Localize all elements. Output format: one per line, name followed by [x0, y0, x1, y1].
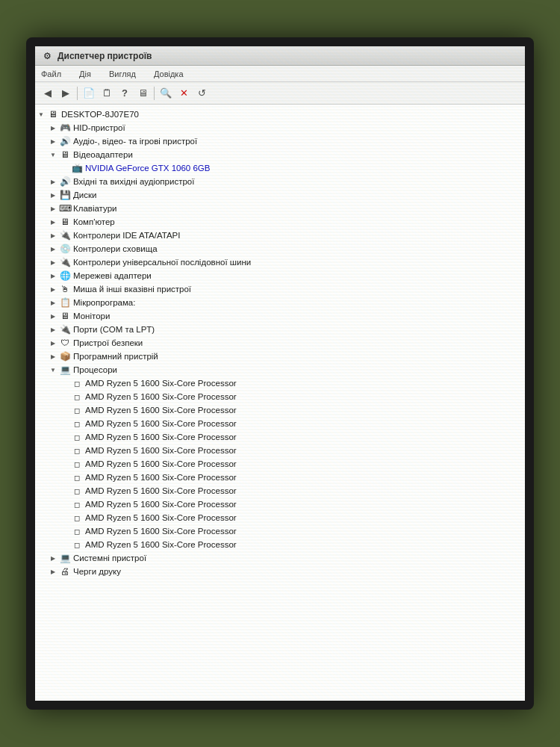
list-item[interactable]: ▶ 🖨 Черги друку — [35, 565, 525, 578]
cpu-icon: 💻 — [59, 364, 71, 376]
cpu-core-label: AMD Ryzen 5 1600 Six-Core Processor — [85, 379, 237, 388]
menu-action[interactable]: Дія — [76, 69, 94, 79]
remove-button[interactable]: ✕ — [175, 85, 192, 102]
stor-icon: 💿 — [59, 243, 71, 255]
cpu-core-icon: ◻ — [71, 512, 83, 524]
usb-expander: ▶ — [47, 256, 59, 268]
mouse-label: Миша й інші вказівні пристрої — [73, 285, 191, 294]
list-item[interactable]: ▶ 🔌 Контролери IDE ATA/ATAPI — [35, 229, 525, 242]
sw-icon: 📦 — [59, 350, 71, 362]
cpu-core-icon: ◻ — [71, 525, 83, 537]
cpu-core-label: AMD Ryzen 5 1600 Six-Core Processor — [85, 406, 237, 415]
help-button[interactable]: ? — [116, 85, 133, 102]
kbd-icon: ⌨ — [59, 202, 71, 214]
sys-label: Системні пристрої — [73, 554, 146, 562]
disk-icon: 💾 — [59, 189, 71, 201]
cpu-core-icon: ◻ — [71, 498, 83, 510]
fw-icon: 📋 — [59, 297, 71, 309]
root-icon: 🖥 — [47, 108, 59, 120]
net-expander: ▶ — [47, 270, 59, 282]
cpu-core-icon: ◻ — [71, 418, 83, 430]
list-item[interactable]: ▶ ◻ AMD Ryzen 5 1600 Six-Core Processor — [35, 471, 525, 484]
cpu-core-label: AMD Ryzen 5 1600 Six-Core Processor — [85, 433, 237, 441]
audioin-icon: 🔊 — [59, 176, 71, 187]
cpu-core-label: AMD Ryzen 5 1600 Six-Core Processor — [85, 527, 237, 536]
disk-label: Диски — [73, 190, 96, 199]
list-item[interactable]: ▶ ◻ AMD Ryzen 5 1600 Six-Core Processor — [35, 403, 525, 417]
sw-label: Програмний пристрій — [73, 352, 158, 361]
device-manager-window: ⚙ Диспетчер пристроїв Файл Дія Вигляд До… — [35, 46, 525, 701]
forward-button[interactable]: ▶ — [57, 85, 74, 102]
comp-expander: ▶ — [47, 216, 59, 228]
toolbar-sep-1 — [77, 87, 78, 100]
list-item[interactable]: ▶ 🖱 Миша й інші вказівні пристрої — [35, 282, 525, 296]
menu-file[interactable]: Файл — [38, 69, 64, 79]
list-item[interactable]: ▶ ◻ AMD Ryzen 5 1600 Six-Core Processor — [35, 511, 525, 524]
list-item[interactable]: ▼ 💻 Процесори — [35, 363, 525, 376]
list-item[interactable]: ▶ 🔊 Вхідні та вихідні аудіопристрої — [35, 175, 525, 188]
list-item[interactable]: ▶ 🎮 HID-пристрої — [35, 121, 525, 134]
comp-icon: 🖥 — [59, 216, 71, 228]
root-expander: ▼ — [35, 108, 47, 120]
cpu-core-icon: ◻ — [71, 391, 83, 403]
tree-root[interactable]: ▼ 🖥 DESKTOP-8J07E70 — [35, 108, 525, 121]
video-label: Відеоадаптери — [73, 150, 133, 159]
list-item[interactable]: ▼ 🖥 Відеоадаптери — [35, 148, 525, 161]
ide-label: Контролери IDE ATA/ATAPI — [73, 231, 180, 240]
device-button[interactable]: 🖥 — [134, 85, 151, 102]
port-label: Порти (COM та LPT) — [73, 325, 155, 334]
list-item[interactable]: ▶ ◻ AMD Ryzen 5 1600 Six-Core Processor — [35, 524, 525, 538]
refresh-button[interactable]: ↺ — [193, 85, 210, 102]
list-item[interactable]: ▶ ◻ AMD Ryzen 5 1600 Six-Core Processor — [35, 444, 525, 457]
title-bar: ⚙ Диспетчер пристроїв — [35, 46, 525, 66]
list-item[interactable]: ▶ 🖥 Комп'ютер — [35, 215, 525, 229]
hid-expander: ▶ — [47, 122, 59, 134]
audioin-expander: ▶ — [47, 176, 59, 187]
properties-button[interactable]: 📄 — [81, 85, 97, 102]
net-icon: 🌐 — [59, 270, 71, 282]
sys-icon: 💻 — [59, 552, 71, 564]
device-tree[interactable]: ▼ 🖥 DESKTOP-8J07E70 ▶ 🎮 HID-пристрої ▶ 🔊 — [35, 105, 525, 701]
list-item[interactable]: ▶ 💿 Контролери сховища — [35, 242, 525, 255]
mon-icon: 🖥 — [59, 310, 71, 322]
list-item[interactable]: ▶ ◻ AMD Ryzen 5 1600 Six-Core Processor — [35, 484, 525, 498]
list-item[interactable]: ▶ 🔊 Аудіо-, відео- та ігрові пристрої — [35, 134, 525, 148]
cpu-core-icon: ◻ — [71, 471, 83, 483]
list-item[interactable]: ▶ ◻ AMD Ryzen 5 1600 Six-Core Processor — [35, 430, 525, 444]
scan-button[interactable]: 🔍 — [158, 85, 174, 102]
kbd-expander: ▶ — [47, 202, 59, 214]
list-item[interactable]: ▶ 💻 Системні пристрої — [35, 551, 525, 565]
list-item[interactable]: ▶ 🔌 Порти (COM та LPT) — [35, 323, 525, 336]
list-item[interactable]: ▶ 🖥 Монітори — [35, 309, 525, 323]
list-item[interactable]: ▶ 📺 NVIDIA GeForce GTX 1060 6GB — [35, 161, 525, 175]
list-item[interactable]: ▶ ⌨ Клавіатури — [35, 202, 525, 215]
usb-icon: 🔌 — [59, 256, 71, 268]
audio-icon: 🔊 — [59, 135, 71, 147]
mon-expander: ▶ — [47, 310, 59, 322]
cpu-core-icon: ◻ — [71, 431, 83, 443]
usb-label: Контролери універсальної послідовної шин… — [73, 258, 251, 267]
list-item[interactable]: ▶ 📦 Програмний пристрій — [35, 350, 525, 363]
toolbar: ◀ ▶ 📄 🗒 ? 🖥 🔍 ✕ ↺ — [35, 82, 525, 105]
list-item[interactable]: ▶ ◻ AMD Ryzen 5 1600 Six-Core Processor — [35, 457, 525, 471]
list-item[interactable]: ▶ ◻ AMD Ryzen 5 1600 Six-Core Processor — [35, 390, 525, 403]
print-icon: 🖨 — [59, 565, 71, 577]
menu-help[interactable]: Довідка — [151, 69, 187, 79]
menu-view[interactable]: Вигляд — [106, 69, 139, 79]
stor-expander: ▶ — [47, 243, 59, 255]
display-button[interactable]: 🗒 — [99, 85, 115, 102]
list-item[interactable]: ▶ ◻ AMD Ryzen 5 1600 Six-Core Processor — [35, 417, 525, 430]
back-button[interactable]: ◀ — [40, 85, 56, 102]
cpu-core-label: AMD Ryzen 5 1600 Six-Core Processor — [85, 392, 237, 401]
list-item[interactable]: ▶ ◻ AMD Ryzen 5 1600 Six-Core Processor — [35, 498, 525, 511]
list-item[interactable]: ▶ 💾 Диски — [35, 188, 525, 202]
list-item[interactable]: ▶ ◻ AMD Ryzen 5 1600 Six-Core Processor — [35, 538, 525, 551]
list-item[interactable]: ▶ 🔌 Контролери універсальної послідовної… — [35, 255, 525, 269]
list-item[interactable]: ▶ 🌐 Мережеві адаптери — [35, 269, 525, 282]
fw-label: Мікропрограма: — [73, 298, 135, 307]
list-item[interactable]: ▶ 🛡 Пристрої безпеки — [35, 336, 525, 350]
list-item[interactable]: ▶ 📋 Мікропрограма: — [35, 296, 525, 309]
audio-label: Аудіо-, відео- та ігрові пристрої — [73, 137, 197, 146]
print-label: Черги друку — [73, 567, 121, 576]
list-item[interactable]: ▶ ◻ AMD Ryzen 5 1600 Six-Core Processor — [35, 376, 525, 390]
